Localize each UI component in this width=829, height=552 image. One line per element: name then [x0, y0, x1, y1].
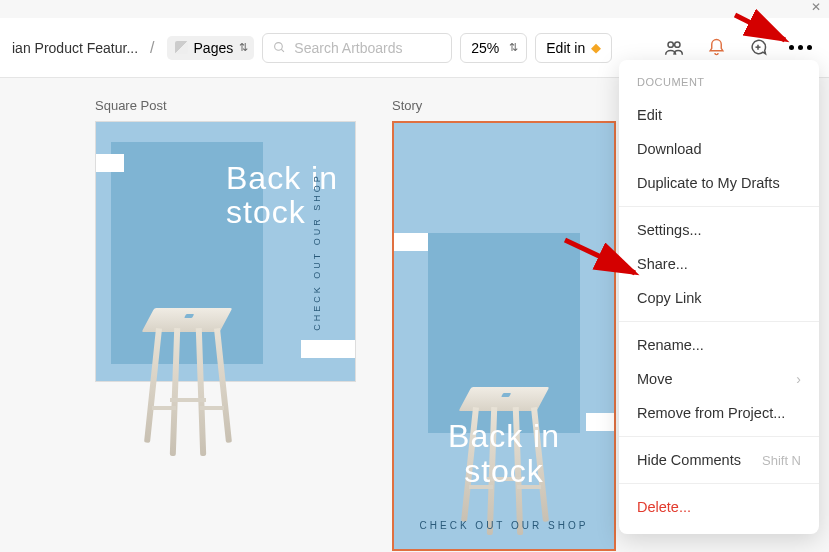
edit-in-button[interactable]: Edit in ◆: [535, 33, 612, 63]
decor-bar: [96, 154, 124, 172]
chevron-right-icon: ›: [796, 371, 801, 387]
headline: Back in stock: [394, 419, 614, 489]
menu-item-remove[interactable]: Remove from Project...: [619, 396, 819, 430]
menu-separator: [619, 483, 819, 484]
collaborators-icon[interactable]: [663, 37, 685, 59]
edit-in-label: Edit in: [546, 40, 585, 56]
updown-icon: ⇅: [509, 41, 516, 54]
product-image: [428, 233, 580, 433]
menu-item-download[interactable]: Download: [619, 132, 819, 166]
zoom-select[interactable]: 25% ⇅: [460, 33, 527, 63]
search-input[interactable]: [294, 40, 441, 56]
artboard-square[interactable]: Square Post Back in stock CHECK OUT OUR …: [95, 98, 356, 551]
zoom-value: 25%: [471, 40, 499, 56]
pages-icon: [175, 41, 188, 54]
menu-item-hide-comments[interactable]: Hide CommentsShift N: [619, 443, 819, 477]
svg-point-2: [668, 42, 673, 47]
svg-point-0: [275, 43, 283, 51]
pages-dropdown[interactable]: Pages ⇅: [167, 36, 255, 60]
menu-separator: [619, 206, 819, 207]
menu-item-delete[interactable]: Delete...: [619, 490, 819, 524]
menu-separator: [619, 436, 819, 437]
artboard-label: Story: [392, 98, 616, 113]
artboard-story[interactable]: Story Back in stock CHECK OUT OUR SHOP: [392, 98, 616, 551]
breadcrumb-project[interactable]: ian Product Featur...: [12, 40, 138, 56]
menu-section-header: DOCUMENT: [619, 70, 819, 98]
pages-label: Pages: [194, 40, 234, 56]
shortcut-label: Shift N: [762, 453, 801, 468]
more-menu-button[interactable]: [789, 37, 811, 59]
notifications-icon[interactable]: [705, 37, 727, 59]
menu-separator: [619, 321, 819, 322]
menu-item-share[interactable]: Share...: [619, 247, 819, 281]
search-input-wrap[interactable]: [262, 33, 452, 63]
svg-point-3: [675, 42, 680, 47]
tagline: CHECK OUT OUR SHOP: [311, 173, 321, 330]
comments-icon[interactable]: [747, 37, 769, 59]
menu-item-edit[interactable]: Edit: [619, 98, 819, 132]
menu-item-settings[interactable]: Settings...: [619, 213, 819, 247]
tagline: CHECK OUT OUR SHOP: [394, 520, 614, 531]
updown-icon: ⇅: [239, 41, 246, 54]
ellipsis-icon: [789, 45, 812, 50]
menu-item-duplicate[interactable]: Duplicate to My Drafts: [619, 166, 819, 200]
svg-line-1: [281, 49, 284, 52]
breadcrumb-separator: /: [150, 39, 154, 57]
decor-bar: [301, 340, 355, 358]
close-icon[interactable]: ✕: [811, 0, 821, 14]
sketch-diamond-icon: ◆: [591, 40, 601, 55]
document-menu: DOCUMENT Edit Download Duplicate to My D…: [619, 60, 819, 534]
search-icon: [273, 40, 286, 55]
menu-item-copy-link[interactable]: Copy Link: [619, 281, 819, 315]
artboard-label: Square Post: [95, 98, 356, 113]
menu-item-rename[interactable]: Rename...: [619, 328, 819, 362]
menu-item-move[interactable]: Move›: [619, 362, 819, 396]
